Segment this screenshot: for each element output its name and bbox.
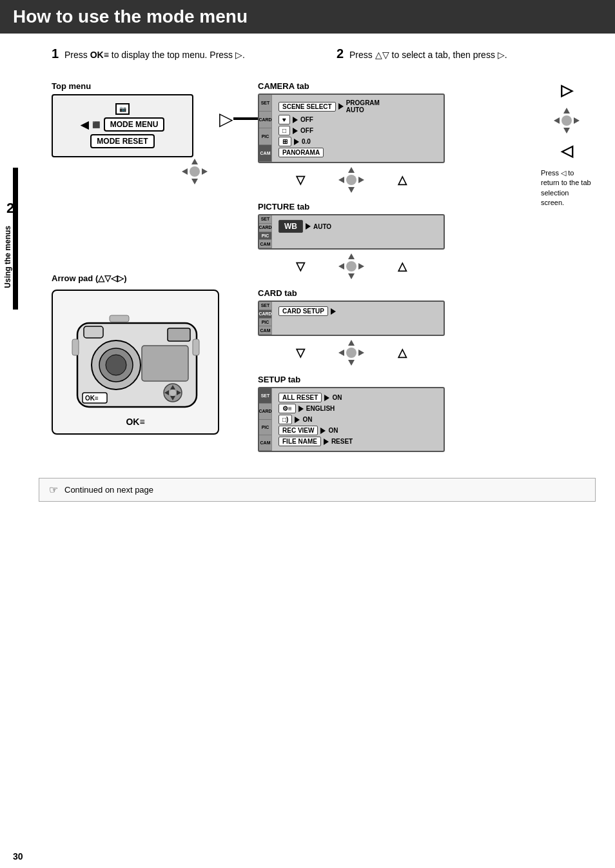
card-screen-content: CARD SETUP (278, 306, 438, 316)
mode-menu-btn: MODE MENU (104, 117, 165, 132)
heart-icon-btn: ♥ (278, 115, 290, 124)
transition-nav-pad-1 (337, 166, 366, 194)
right-arrow-symbol: ▷ (561, 81, 572, 99)
picture-screen-content: WB AUTO (278, 220, 438, 233)
title-text: How to use the mode menu (13, 6, 248, 26)
camera-right-nav: ▷ ◁ Press ◁ to return to the tab selecti… (541, 81, 592, 208)
setup-tab-cam: CAM (259, 435, 271, 451)
arrow-heart (293, 117, 298, 123)
off-val-2: OFF (300, 127, 313, 134)
card-tab-pic: PIC (259, 319, 271, 327)
camera-tab-screen: SET CARD PIC CAM SCENE SELECT PROGRAMAUT… (258, 94, 445, 163)
card-tab-card: CARD (259, 310, 271, 319)
cam-nav-up (563, 108, 570, 113)
panorama-btn: PANORAMA (278, 148, 324, 157)
tab-set: SET (259, 95, 271, 112)
arrow-rec-view (320, 428, 326, 434)
camera-row-5: PANORAMA (278, 148, 438, 157)
step-1-number: 1 (52, 46, 59, 61)
camera-svg: OK≡ (64, 297, 206, 413)
svg-rect-15 (110, 315, 129, 322)
diagram-area: Top menu 📷 ◀ ⬛ MODE MENU MODE RESET (45, 81, 596, 452)
top-menu-box: 📷 ◀ ⬛ MODE MENU MODE RESET (52, 94, 193, 157)
card-tab-screen: SET CARD PIC CAM CARD SETUP (258, 301, 445, 336)
continued-icon: ☞ (49, 484, 58, 496)
continued-footer: ☞ Continued on next page (39, 478, 596, 502)
arrow-card (331, 308, 336, 315)
arrow-square (293, 128, 298, 134)
up-arrow-1: △ (398, 173, 407, 187)
setup-row-1: ALL RESET ON (278, 393, 438, 402)
left-arrow-symbol: ◁ (561, 142, 572, 160)
pic-tab-cam: CAM (259, 240, 271, 248)
setup-tab-bar: SET CARD PIC CAM (259, 388, 272, 451)
step-2-number: 2 (337, 46, 344, 61)
tab-cam: CAM (259, 145, 271, 162)
top-menu-label: Top menu (52, 81, 219, 91)
arrow-speaker (295, 417, 300, 423)
nav-center (190, 166, 200, 177)
tnp2-left (338, 263, 344, 270)
arrow-gear (298, 406, 304, 412)
pic-tab-pic: PIC (259, 232, 271, 241)
arrow-file-name (324, 439, 329, 445)
cam-nav-down (563, 128, 570, 133)
spacer-1 (52, 196, 219, 273)
top-menu-arrow-area (52, 167, 219, 193)
step-2-text: Press △▽ to select a tab, then press ▷. (349, 50, 507, 60)
tnp2-down (348, 273, 355, 279)
card-setup-btn: CARD SETUP (278, 306, 328, 316)
up-arrow-3: △ (398, 346, 407, 360)
continued-text: Continued on next page (64, 485, 153, 495)
gear-eq-btn: ⚙≡ (278, 404, 296, 413)
nav-up-icon (191, 159, 198, 164)
picture-row-1: WB AUTO (278, 220, 438, 233)
nav-down-icon (191, 179, 198, 184)
on-val-2: ON (302, 416, 312, 423)
arrow-pad-label: Arrow pad (△▽◁▷) (52, 273, 219, 283)
mode-reset-btn: MODE RESET (90, 134, 154, 148)
menu-row-mode-reset: MODE RESET (90, 134, 154, 148)
tnp2-right (358, 263, 364, 270)
setup-tab-label: SETUP tab (258, 375, 596, 384)
camera-icon: 📷 (115, 103, 130, 115)
camera-screen-content: SCENE SELECT PROGRAMAUTO ♥ OFF □ OFF (278, 99, 438, 157)
right-column: ▷ CAMERA tab SET CARD PIC CAM SCENE SELE… (232, 81, 596, 452)
transition-nav-pad-2 (337, 252, 366, 281)
setup-row-2: ⚙≡ ENGLISH (278, 404, 438, 413)
tab-pic: PIC (259, 128, 271, 145)
camera-tab-bar: SET CARD PIC CAM (259, 95, 272, 162)
setup-tab-pic: PIC (259, 420, 271, 435)
rec-view-btn: REC VIEW (278, 426, 318, 435)
page-title: How to use the mode menu (0, 0, 615, 34)
left-column: Top menu 📷 ◀ ⬛ MODE MENU MODE RESET (52, 81, 219, 452)
arrow-scene (338, 103, 344, 110)
cam-nav-left (554, 117, 560, 124)
camera-row-3: □ OFF (278, 126, 438, 135)
setup-screen-content: ALL RESET ON ⚙≡ ENGLISH □) ON (278, 393, 438, 446)
cam-nav-center (561, 115, 572, 126)
down-arrow-3: ▽ (296, 346, 305, 360)
press-left-note: Press ◁ to return to the tab selection s… (541, 168, 592, 208)
card-tab-label: CARD tab (258, 288, 596, 298)
card-row-1: CARD SETUP (278, 306, 438, 316)
scene-select-btn: SCENE SELECT (278, 102, 336, 112)
svg-rect-6 (142, 346, 188, 381)
nav-left-icon (182, 168, 188, 175)
setup-tab-screen: SET CARD PIC CAM ALL RESET ON ⚙≡ ENGLISH (258, 387, 445, 452)
square-icon-btn: □ (278, 126, 290, 135)
cam-nav-right (574, 117, 580, 124)
svg-rect-4 (84, 326, 103, 338)
wb-btn: WB (278, 220, 303, 233)
file-name-btn: FILE NAME (278, 437, 321, 446)
picture-tab-bar: SET CARD PIC CAM (259, 215, 272, 248)
up-arrow-2: △ (398, 259, 407, 273)
step-1-text: Press OK≡ to display the top menu. Press… (64, 50, 245, 60)
svg-rect-16 (72, 339, 79, 355)
tnp2-center (346, 261, 356, 271)
cam-to-pic-arrows: ▽ △ (258, 163, 445, 197)
tnp3-right (358, 350, 364, 356)
svg-text:OK≡: OK≡ (85, 395, 99, 402)
arrow-wb (306, 223, 311, 230)
setup-row-3: □) ON (278, 415, 438, 424)
